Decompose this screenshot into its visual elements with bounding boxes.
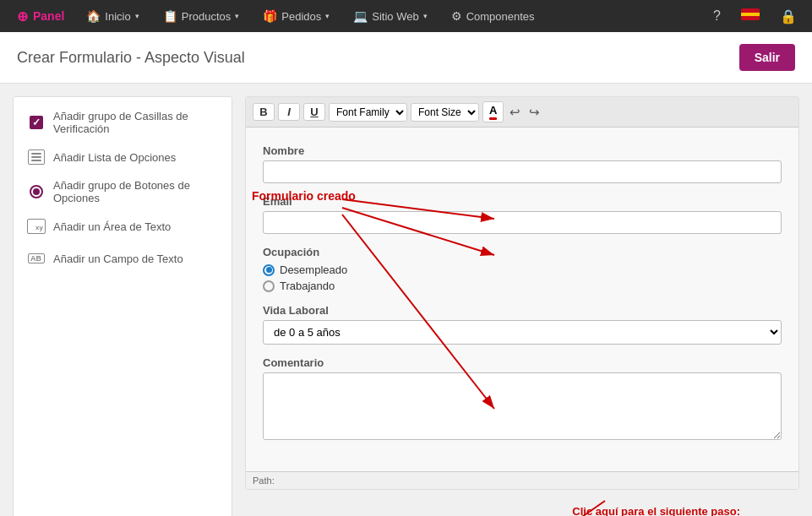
toolbar-font-family-select[interactable]: Font Family bbox=[329, 103, 407, 122]
salir-button[interactable]: Salir bbox=[739, 44, 795, 71]
componentes-icon: ⚙ bbox=[451, 9, 462, 23]
brand-label: Panel bbox=[33, 9, 64, 23]
field-ocupacion: Ocupación Desempleado Trabajando bbox=[263, 246, 782, 292]
productos-icon: 📋 bbox=[163, 9, 177, 23]
nav-item-productos[interactable]: 📋 Productos ▾ bbox=[153, 6, 250, 26]
editor-toolbar: B I U Font Family Font Size A ↩ ↪ bbox=[246, 97, 798, 128]
lock-icon[interactable]: 🔒 bbox=[773, 5, 804, 28]
input-email[interactable] bbox=[263, 211, 782, 234]
label-ocupacion: Ocupación bbox=[263, 246, 782, 258]
label-vida-laboral: Vida Laboral bbox=[263, 304, 782, 317]
select-vida-laboral[interactable]: de 0 a 5 años de 5 a 10 años más de 10 a… bbox=[263, 320, 782, 345]
nav-label-pedidos: Pedidos bbox=[281, 10, 321, 23]
nav-item-pedidos[interactable]: 🎁 Pedidos ▾ bbox=[253, 6, 340, 26]
label-email: Email bbox=[263, 195, 782, 208]
field-vida-laboral: Vida Laboral de 0 a 5 años de 5 a 10 año… bbox=[263, 304, 782, 345]
page-title: Crear Formulario - Aspecto Visual bbox=[17, 49, 245, 67]
dropdown-icon-inicio: ▾ bbox=[135, 12, 139, 20]
radio-ocupacion-group: Desempleado Trabajando bbox=[263, 263, 782, 292]
label-comentario: Comentario bbox=[263, 356, 782, 369]
sitio-web-icon: 💻 bbox=[353, 9, 368, 23]
label-nombre: Nombre bbox=[263, 144, 782, 157]
help-icon[interactable]: ? bbox=[706, 5, 728, 27]
sidebar-item-checkbox-group[interactable]: ✓ Añadir grupo de Casillas de Verificaci… bbox=[26, 110, 219, 135]
toolbar-redo[interactable]: ↪ bbox=[526, 103, 542, 122]
textfield-icon: AB bbox=[26, 248, 46, 269]
radio-circle-desempleado bbox=[263, 264, 275, 276]
sidebar-label-text-field: Añadir un Campo de Texto bbox=[53, 253, 183, 265]
toolbar-underline[interactable]: U bbox=[303, 103, 325, 121]
next-step-hint: Clic aquí para el siguiente paso: config… bbox=[253, 505, 791, 516]
radio-label-desempleado: Desempleado bbox=[280, 263, 347, 276]
radio-icon bbox=[26, 182, 46, 202]
dropdown-icon-pedidos: ▾ bbox=[325, 12, 330, 20]
nav-label-sitio-web: Sitio Web bbox=[372, 10, 418, 23]
home-icon: 🏠 bbox=[86, 9, 101, 23]
radio-label-trabajando: Trabajando bbox=[280, 280, 335, 292]
toolbar-font-size-select[interactable]: Font Size bbox=[411, 103, 479, 122]
nav-item-componentes[interactable]: ⚙ Componentes bbox=[441, 6, 545, 26]
radio-desempleado[interactable]: Desempleado bbox=[263, 263, 782, 276]
list-icon bbox=[26, 147, 46, 167]
radio-trabajando[interactable]: Trabajando bbox=[263, 280, 782, 292]
sidebar-item-text-field[interactable]: AB Añadir un Campo de Texto bbox=[26, 248, 219, 269]
nav-label-inicio: Inicio bbox=[105, 10, 130, 23]
main-content: ✓ Añadir grupo de Casillas de Verificaci… bbox=[0, 84, 812, 516]
sidebar-label-radio-group: Añadir grupo de Botones de Opciones bbox=[53, 179, 219, 204]
nav-item-inicio[interactable]: 🏠 Inicio ▾ bbox=[76, 6, 149, 26]
sidebar-label-textarea: Añadir un Área de Texto bbox=[53, 220, 171, 233]
field-nombre: Nombre bbox=[263, 144, 782, 183]
sidebar-item-radio-group[interactable]: Añadir grupo de Botones de Opciones bbox=[26, 179, 219, 204]
form-editor: B I U Font Family Font Size A ↩ ↪ Nombre bbox=[245, 96, 799, 490]
field-email: Email bbox=[263, 195, 782, 234]
brand-panel[interactable]: ⊕ Panel bbox=[8, 5, 73, 28]
path-label: Path: bbox=[253, 475, 275, 486]
next-step-section: Clic aquí para el siguiente paso: config… bbox=[245, 497, 799, 516]
flag-icon[interactable] bbox=[734, 5, 766, 27]
toolbar-bold[interactable]: B bbox=[253, 103, 275, 121]
toolbar-italic[interactable]: I bbox=[278, 103, 300, 121]
editor-body: Nombre Email Ocupación Desempleado bbox=[246, 128, 798, 471]
field-comentario: Comentario bbox=[263, 356, 782, 443]
sidebar: ✓ Añadir grupo de Casillas de Verificaci… bbox=[13, 96, 232, 516]
nav-label-componentes: Componentes bbox=[466, 10, 535, 23]
textarea-comentario[interactable] bbox=[263, 372, 782, 440]
sidebar-item-textarea[interactable]: xy Añadir un Área de Texto bbox=[26, 216, 219, 236]
toolbar-undo[interactable]: ↩ bbox=[507, 103, 523, 122]
sidebar-item-list-options[interactable]: Añadir Lista de Opciones bbox=[26, 147, 219, 167]
checkbox-icon: ✓ bbox=[26, 112, 46, 133]
toolbar-color[interactable]: A bbox=[482, 101, 504, 122]
sidebar-label-checkbox-group: Añadir grupo de Casillas de Verificación bbox=[53, 110, 219, 135]
topnav-right: ? 🔒 bbox=[706, 5, 804, 28]
radio-circle-trabajando bbox=[263, 280, 275, 292]
input-nombre[interactable] bbox=[263, 160, 782, 183]
nav-item-sitio-web[interactable]: 💻 Sitio Web ▾ bbox=[343, 6, 437, 26]
pedidos-icon: 🎁 bbox=[263, 9, 277, 23]
dropdown-icon-sitio-web: ▾ bbox=[423, 12, 428, 20]
sidebar-label-list-options: Añadir Lista de Opciones bbox=[53, 151, 176, 164]
page-header: Crear Formulario - Aspecto Visual Salir bbox=[0, 32, 812, 84]
editor-path: Path: bbox=[246, 471, 798, 489]
dropdown-icon-productos: ▾ bbox=[235, 12, 239, 20]
nav-label-productos: Productos bbox=[182, 10, 232, 23]
top-navbar: ⊕ Panel 🏠 Inicio ▾ 📋 Productos ▾ 🎁 Pedid… bbox=[0, 0, 812, 32]
textarea-icon: xy bbox=[26, 216, 46, 236]
brand-icon: ⊕ bbox=[17, 8, 28, 24]
